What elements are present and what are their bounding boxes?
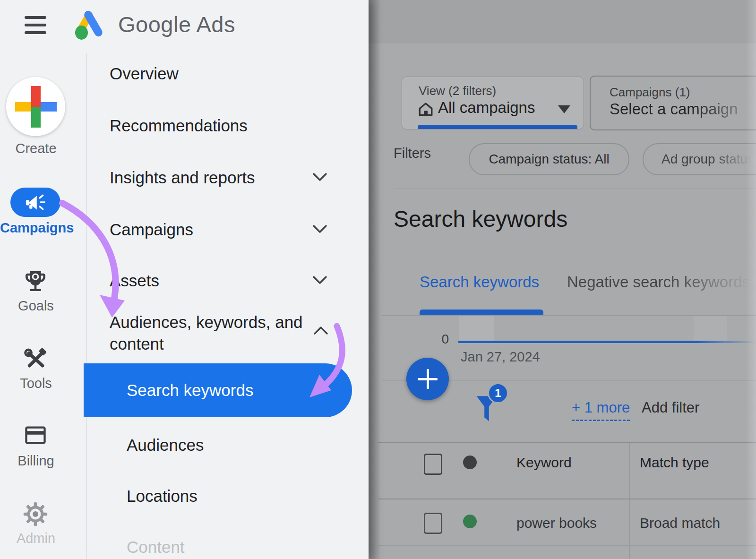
table-row[interactable] [424,513,442,534]
filter-chip-label: Ad group status [662,152,754,167]
more-filters-link[interactable]: + 1 more [572,399,630,421]
tab-negative-search-keywords[interactable]: Negative search keywords [567,273,756,291]
table-header-border [378,499,756,499]
chevron-down-icon [312,172,328,182]
app-title: Google Ads [118,11,235,37]
campaigns-label: Campaigns [0,220,72,236]
menu-item-overview[interactable]: Overview [110,64,179,83]
tools-label: Tools [0,376,72,391]
campaign-selector-value: Select a campaign [610,100,756,118]
chart-date-label: Jan 27, 2024 [461,349,540,365]
cell-match-type: Broad match [640,515,720,531]
chart-highlight-band [459,316,494,343]
menu-item-recommendations[interactable]: Recommendations [110,116,248,135]
table-header-row [424,454,442,475]
plus-icon [427,369,429,389]
menu-item-search-keywords-selected[interactable]: Search keywords [84,363,352,417]
home-icon [418,102,434,117]
column-header-match-type: Match type [640,455,709,471]
chevron-down-icon [312,224,328,234]
chart-highlight-band [694,316,727,343]
billing-label: Billing [0,453,72,469]
keyword-status-enabled-dot [463,515,477,528]
row-checkbox[interactable] [424,513,442,534]
gear-icon [22,501,49,527]
chevron-up-icon [313,325,329,335]
goals-label: Goals [0,298,72,314]
view-selector-label: View (2 filters) [419,84,496,98]
page-title: Search keywords [394,206,567,232]
table-column-divider [629,443,630,559]
filter-chip-ad-group-status[interactable]: Ad group status [643,143,756,175]
rail-item-campaigns[interactable] [10,188,60,217]
view-selector-value: All campaigns [438,99,535,117]
trophy-icon [22,268,49,294]
cell-keyword: power books [516,515,597,531]
create-label: Create [0,141,72,156]
sidebar: Google Ads Create Campaigns [0,0,369,559]
main-content-pane: View (2 filters) All campaigns Campaigns… [369,0,756,559]
top-bar [369,0,756,43]
dropdown-caret-icon [558,105,570,113]
tab-search-keywords[interactable]: Search keywords [420,273,539,291]
right-edge-light [746,0,756,559]
filter-chip-campaign-status[interactable]: Campaign status: All [469,143,629,175]
menu-item-locations[interactable]: Locations [127,487,198,506]
megaphone-icon [25,193,46,211]
tools-icon [22,345,49,372]
admin-label: Admin [0,531,72,546]
menu-item-content[interactable]: Content [127,538,185,557]
chart-flat-line [458,341,756,343]
chart-y-axis-zero: 0 [425,332,449,347]
menu-item-audiences-keywords-content[interactable]: Audiences, keywords, and content [110,311,327,355]
active-tab-indicator [420,310,543,315]
view-selector[interactable]: View (2 filters) All campaigns [402,77,584,129]
sidebar-shadow [369,0,381,559]
row-border [378,545,756,546]
column-header-keyword: Keyword [516,455,572,471]
select-all-checkbox[interactable] [424,454,442,475]
section-divider [394,189,756,189]
add-keyword-fab[interactable] [406,358,449,400]
campaign-selector[interactable]: Campaigns (1) Select a campaign [590,76,756,130]
menu-item-campaigns[interactable]: Campaigns [110,220,193,239]
add-filter-button[interactable]: Add filter [642,399,699,416]
menu-item-insights-and-reports[interactable]: Insights and reports [110,168,255,187]
menu-item-assets[interactable]: Assets [110,271,159,290]
filter-chip-label: Campaign status: All [489,152,609,167]
create-button[interactable] [6,77,65,136]
rail-item-goals[interactable] [22,268,49,296]
campaign-selector-label: Campaigns (1) [610,85,690,100]
menu-item-audiences[interactable]: Audiences [127,436,204,455]
rail-item-admin[interactable] [22,501,49,529]
multicolor-plus-icon [15,86,57,128]
selected-item-label: Search keywords [127,381,253,400]
menu-hamburger-button[interactable] [25,16,46,35]
rail-item-tools[interactable] [22,345,49,374]
view-selector-active-bar [418,125,577,129]
rail-divider [86,53,87,559]
chevron-down-icon [312,275,328,285]
google-ads-logo-icon [74,9,105,40]
status-column-dot-icon [463,456,477,469]
rail-item-billing[interactable] [23,425,48,448]
filters-label: Filters [394,146,431,161]
filter-count-badge: 1 [488,383,508,404]
table-top-border [378,442,756,443]
credit-card-icon [23,425,48,447]
